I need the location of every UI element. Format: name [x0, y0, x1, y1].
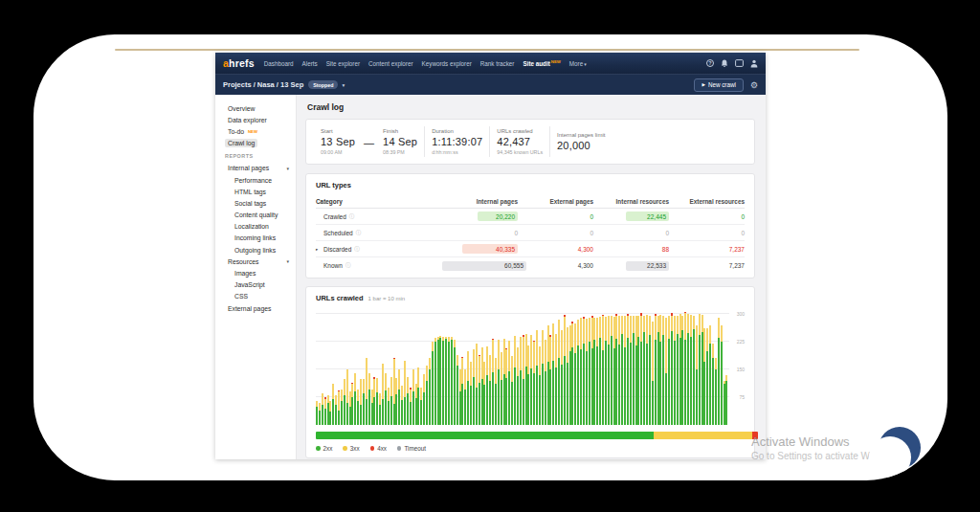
bar-segment [635, 345, 637, 425]
bar-segment [448, 342, 450, 425]
bars-container [316, 308, 729, 425]
sidebar-item-incoming-links[interactable]: Incoming links [215, 233, 296, 244]
bar-segment [580, 318, 582, 349]
nav-item-rank-tracker[interactable]: Rank tracker [480, 60, 515, 67]
breadcrumb[interactable]: Projects / Nasa / 13 Sep [223, 80, 303, 89]
sidebar-item-html-tags[interactable]: HTML tags [215, 186, 296, 197]
bar-segment [591, 318, 593, 348]
bar-segment [327, 395, 329, 403]
nav-item-content-explorer[interactable]: Content explorer [368, 60, 413, 67]
stacked-bar [665, 318, 667, 425]
column-header-external-pages: External pages [518, 198, 593, 205]
info-icon[interactable]: ⓘ [349, 213, 355, 220]
bar-segment [407, 393, 409, 425]
nav-item-keywords-explorer[interactable]: Keywords explorer [422, 60, 472, 67]
sidebar-item-css[interactable]: CSS [215, 291, 296, 302]
bar-segment [561, 330, 563, 365]
stacked-bar [486, 346, 488, 425]
sidebar-item-resources[interactable]: Resources▾ [215, 256, 296, 267]
nav-item-dashboard[interactable]: Dashboard [264, 60, 294, 67]
bar-segment [569, 351, 571, 425]
sidebar-item-external-pages[interactable]: External pages [215, 302, 296, 314]
sidebar-item-localization[interactable]: Localization [215, 221, 296, 233]
bar-segment [684, 313, 686, 340]
stacked-bar [426, 366, 428, 425]
nav-item-site-audit[interactable]: Site auditNEW [523, 59, 560, 67]
stacked-bar [501, 352, 502, 425]
chart-title: URLs crawled [316, 294, 364, 302]
sidebar-item-overview[interactable]: Overview [215, 102, 296, 114]
url-types-panel: URL types CategoryInternal pagesExternal… [305, 173, 755, 278]
bar-chart-plot[interactable] [316, 308, 729, 425]
sidebar-item-outgoing-links[interactable]: Outgoing links [215, 244, 296, 256]
sidebar-item-data-explorer[interactable]: Data explorer [215, 114, 296, 125]
gear-icon[interactable]: ⚙ [750, 80, 758, 90]
info-icon[interactable]: ⓘ [356, 230, 362, 236]
bar-segment [395, 394, 397, 425]
category-label: Known [323, 262, 343, 269]
stacked-bar [615, 314, 617, 425]
table-row-discarded[interactable]: ▸Discardedⓘ40,3354,300887,237 [316, 241, 745, 257]
bell-icon[interactable] [721, 59, 728, 68]
stacked-bar [382, 364, 384, 425]
bar-segment [351, 397, 353, 425]
nav-item-alerts[interactable]: Alerts [302, 60, 318, 67]
table-row-crawled[interactable]: Crawledⓘ20,220022,4450 [316, 209, 745, 225]
bar-segment [671, 316, 673, 331]
nav-item-more[interactable]: More▾ [569, 60, 587, 67]
bar-segment [412, 369, 414, 391]
sidebar-item-images[interactable]: Images [215, 267, 296, 278]
help-icon[interactable]: ? [706, 59, 714, 67]
new-crawl-button[interactable]: ▶ New crawl [694, 78, 744, 92]
legend-item-4xx[interactable]: 4xx [370, 445, 387, 452]
bar-segment [715, 358, 717, 369]
bar-segment [417, 367, 419, 388]
stacked-bar [637, 316, 639, 425]
stacked-bar [495, 358, 497, 425]
table-row-known[interactable]: Knownⓘ60,5554,30022,5337,237 [316, 257, 745, 274]
status-badge[interactable]: Stopped [308, 80, 338, 89]
stacked-bar [567, 327, 568, 425]
info-icon[interactable]: ⓘ [354, 246, 360, 253]
sidebar-item-javascript[interactable]: JavaScript [215, 279, 296, 291]
stacked-bar [649, 316, 651, 425]
legend-item-2xx[interactable]: 2xx [316, 445, 332, 452]
legend-item-3xx[interactable]: 3xx [343, 445, 359, 452]
bar-segment [457, 366, 458, 425]
ahrefs-logo[interactable]: ahrefs [223, 57, 255, 69]
new-badge: NEW [248, 129, 257, 134]
chevron-down-icon[interactable]: ▾ [286, 166, 289, 171]
expand-icon[interactable]: ▸ [316, 247, 323, 252]
bar-segment [564, 356, 566, 425]
sidebar-item-performance[interactable]: Performance [215, 174, 296, 186]
bar-segment [344, 379, 345, 395]
devices-icon[interactable] [735, 59, 744, 67]
cell-value: 0 [442, 230, 518, 236]
user-icon[interactable] [750, 59, 758, 68]
nav-item-site-explorer[interactable]: Site explorer [326, 60, 360, 67]
stacked-bar [591, 316, 593, 425]
stacked-bar [721, 325, 723, 425]
chevron-down-icon[interactable]: ▾ [342, 82, 345, 88]
bar-segment [662, 316, 664, 335]
sidebar-item-social-tags[interactable]: Social tags [215, 197, 296, 209]
sidebar-item-to-do[interactable]: To-doNEW [215, 125, 296, 137]
sidebar-item-internal-pages[interactable]: Internal pages▾ [215, 163, 296, 174]
bar-segment [657, 316, 659, 332]
legend-label: 4xx [377, 445, 387, 452]
chevron-down-icon[interactable]: ▾ [286, 258, 289, 264]
bar-segment [351, 384, 353, 397]
legend-item-timeout[interactable]: Timeout [397, 445, 426, 452]
bar-segment [527, 374, 529, 425]
info-icon[interactable]: ⓘ [345, 262, 351, 269]
sidebar-item-crawl-log[interactable]: Crawl log [215, 138, 296, 149]
row-category: Scheduledⓘ [316, 230, 442, 236]
stacked-bar [473, 349, 475, 425]
bar-segment [574, 353, 576, 425]
sidebar-item-content-quality[interactable]: Content quality [215, 210, 296, 221]
table-row-scheduled[interactable]: Scheduledⓘ0000 [316, 225, 745, 241]
bar-segment [390, 396, 392, 425]
bar-segment [721, 325, 723, 342]
bar-segment [630, 343, 632, 425]
stacked-bar [618, 316, 620, 425]
